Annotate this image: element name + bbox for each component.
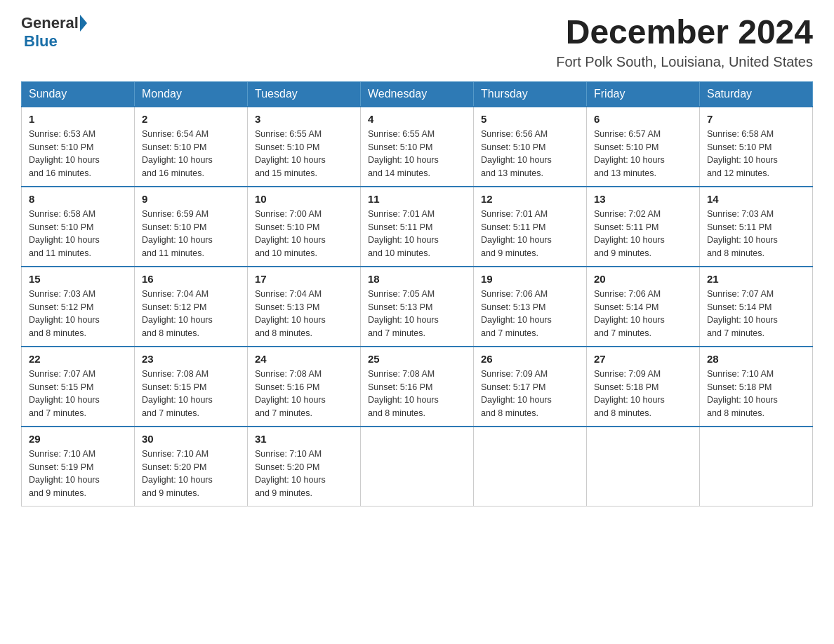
calendar-cell: 26Sunrise: 7:09 AMSunset: 5:17 PMDayligh… (474, 347, 587, 427)
calendar-cell: 2Sunrise: 6:54 AMSunset: 5:10 PMDaylight… (135, 107, 248, 187)
day-number: 11 (368, 193, 466, 205)
day-info: Sunrise: 6:58 AMSunset: 5:10 PMDaylight:… (707, 128, 805, 180)
day-info: Sunrise: 6:58 AMSunset: 5:10 PMDaylight:… (29, 208, 127, 260)
day-info: Sunrise: 6:56 AMSunset: 5:10 PMDaylight:… (481, 128, 579, 180)
day-number: 8 (29, 193, 127, 205)
day-info: Sunrise: 6:54 AMSunset: 5:10 PMDaylight:… (142, 128, 240, 180)
day-number: 14 (707, 193, 805, 205)
day-info: Sunrise: 7:08 AMSunset: 5:16 PMDaylight:… (368, 368, 466, 420)
calendar-cell: 12Sunrise: 7:01 AMSunset: 5:11 PMDayligh… (474, 187, 587, 267)
day-number: 15 (29, 273, 127, 285)
page-header: General Blue December 2024 Fort Polk Sou… (21, 14, 813, 70)
day-info: Sunrise: 7:06 AMSunset: 5:14 PMDaylight:… (594, 288, 692, 340)
day-number: 27 (594, 353, 692, 365)
day-number: 31 (255, 433, 353, 445)
header-wednesday: Wednesday (361, 81, 474, 107)
calendar-cell: 10Sunrise: 7:00 AMSunset: 5:10 PMDayligh… (248, 187, 361, 267)
calendar-table: SundayMondayTuesdayWednesdayThursdayFrid… (21, 81, 813, 507)
day-info: Sunrise: 6:53 AMSunset: 5:10 PMDaylight:… (29, 128, 127, 180)
header-row: SundayMondayTuesdayWednesdayThursdayFrid… (22, 81, 813, 107)
calendar-cell: 5Sunrise: 6:56 AMSunset: 5:10 PMDaylight… (474, 107, 587, 187)
day-number: 29 (29, 433, 127, 445)
day-number: 24 (255, 353, 353, 365)
day-info: Sunrise: 7:08 AMSunset: 5:15 PMDaylight:… (142, 368, 240, 420)
calendar-week-2: 8Sunrise: 6:58 AMSunset: 5:10 PMDaylight… (22, 187, 813, 267)
day-number: 25 (368, 353, 466, 365)
calendar-cell: 11Sunrise: 7:01 AMSunset: 5:11 PMDayligh… (361, 187, 474, 267)
calendar-cell: 18Sunrise: 7:05 AMSunset: 5:13 PMDayligh… (361, 267, 474, 347)
day-info: Sunrise: 7:06 AMSunset: 5:13 PMDaylight:… (481, 288, 579, 340)
day-number: 7 (707, 113, 805, 125)
calendar-cell: 23Sunrise: 7:08 AMSunset: 5:15 PMDayligh… (135, 347, 248, 427)
calendar-cell: 14Sunrise: 7:03 AMSunset: 5:11 PMDayligh… (700, 187, 813, 267)
day-number: 18 (368, 273, 466, 285)
day-number: 6 (594, 113, 692, 125)
calendar-cell: 22Sunrise: 7:07 AMSunset: 5:15 PMDayligh… (22, 347, 135, 427)
day-info: Sunrise: 7:07 AMSunset: 5:15 PMDaylight:… (29, 368, 127, 420)
day-number: 5 (481, 113, 579, 125)
day-info: Sunrise: 6:55 AMSunset: 5:10 PMDaylight:… (368, 128, 466, 180)
calendar-cell: 8Sunrise: 6:58 AMSunset: 5:10 PMDaylight… (22, 187, 135, 267)
header-tuesday: Tuesday (248, 81, 361, 107)
calendar-cell (361, 427, 474, 507)
calendar-cell: 20Sunrise: 7:06 AMSunset: 5:14 PMDayligh… (587, 267, 700, 347)
day-number: 12 (481, 193, 579, 205)
day-number: 13 (594, 193, 692, 205)
calendar-cell: 21Sunrise: 7:07 AMSunset: 5:14 PMDayligh… (700, 267, 813, 347)
day-number: 3 (255, 113, 353, 125)
day-number: 19 (481, 273, 579, 285)
calendar-cell: 27Sunrise: 7:09 AMSunset: 5:18 PMDayligh… (587, 347, 700, 427)
day-number: 10 (255, 193, 353, 205)
header-saturday: Saturday (700, 81, 813, 107)
day-number: 1 (29, 113, 127, 125)
day-number: 2 (142, 113, 240, 125)
logo-blue: Blue (24, 32, 58, 51)
calendar-cell: 17Sunrise: 7:04 AMSunset: 5:13 PMDayligh… (248, 267, 361, 347)
header-sunday: Sunday (22, 81, 135, 107)
calendar-cell: 15Sunrise: 7:03 AMSunset: 5:12 PMDayligh… (22, 267, 135, 347)
calendar-cell: 31Sunrise: 7:10 AMSunset: 5:20 PMDayligh… (248, 427, 361, 507)
calendar-cell: 9Sunrise: 6:59 AMSunset: 5:10 PMDaylight… (135, 187, 248, 267)
day-info: Sunrise: 6:59 AMSunset: 5:10 PMDaylight:… (142, 208, 240, 260)
day-info: Sunrise: 7:03 AMSunset: 5:12 PMDaylight:… (29, 288, 127, 340)
calendar-week-5: 29Sunrise: 7:10 AMSunset: 5:19 PMDayligh… (22, 427, 813, 507)
day-info: Sunrise: 7:10 AMSunset: 5:18 PMDaylight:… (707, 368, 805, 420)
day-number: 28 (707, 353, 805, 365)
calendar-cell: 7Sunrise: 6:58 AMSunset: 5:10 PMDaylight… (700, 107, 813, 187)
day-info: Sunrise: 7:07 AMSunset: 5:14 PMDaylight:… (707, 288, 805, 340)
header-monday: Monday (135, 81, 248, 107)
calendar-cell: 3Sunrise: 6:55 AMSunset: 5:10 PMDaylight… (248, 107, 361, 187)
day-info: Sunrise: 7:08 AMSunset: 5:16 PMDaylight:… (255, 368, 353, 420)
calendar-week-1: 1Sunrise: 6:53 AMSunset: 5:10 PMDaylight… (22, 107, 813, 187)
title-area: December 2024 Fort Polk South, Louisiana… (556, 14, 813, 70)
calendar-cell: 28Sunrise: 7:10 AMSunset: 5:18 PMDayligh… (700, 347, 813, 427)
calendar-week-3: 15Sunrise: 7:03 AMSunset: 5:12 PMDayligh… (22, 267, 813, 347)
day-number: 4 (368, 113, 466, 125)
calendar-cell: 1Sunrise: 6:53 AMSunset: 5:10 PMDaylight… (22, 107, 135, 187)
calendar-cell: 29Sunrise: 7:10 AMSunset: 5:19 PMDayligh… (22, 427, 135, 507)
day-number: 9 (142, 193, 240, 205)
calendar-cell (474, 427, 587, 507)
day-number: 21 (707, 273, 805, 285)
header-thursday: Thursday (474, 81, 587, 107)
day-number: 26 (481, 353, 579, 365)
calendar-body: 1Sunrise: 6:53 AMSunset: 5:10 PMDaylight… (22, 107, 813, 507)
calendar-cell: 6Sunrise: 6:57 AMSunset: 5:10 PMDaylight… (587, 107, 700, 187)
calendar-cell (700, 427, 813, 507)
day-info: Sunrise: 7:05 AMSunset: 5:13 PMDaylight:… (368, 288, 466, 340)
month-title: December 2024 (556, 14, 813, 51)
day-info: Sunrise: 7:10 AMSunset: 5:20 PMDaylight:… (255, 448, 353, 500)
day-info: Sunrise: 7:09 AMSunset: 5:18 PMDaylight:… (594, 368, 692, 420)
calendar-cell: 16Sunrise: 7:04 AMSunset: 5:12 PMDayligh… (135, 267, 248, 347)
header-friday: Friday (587, 81, 700, 107)
location-title: Fort Polk South, Louisiana, United State… (556, 54, 813, 70)
logo-general: General (21, 14, 79, 32)
day-number: 22 (29, 353, 127, 365)
day-number: 23 (142, 353, 240, 365)
day-info: Sunrise: 7:01 AMSunset: 5:11 PMDaylight:… (368, 208, 466, 260)
calendar-cell: 13Sunrise: 7:02 AMSunset: 5:11 PMDayligh… (587, 187, 700, 267)
day-info: Sunrise: 6:57 AMSunset: 5:10 PMDaylight:… (594, 128, 692, 180)
calendar-cell (587, 427, 700, 507)
calendar-week-4: 22Sunrise: 7:07 AMSunset: 5:15 PMDayligh… (22, 347, 813, 427)
day-info: Sunrise: 7:10 AMSunset: 5:20 PMDaylight:… (142, 448, 240, 500)
